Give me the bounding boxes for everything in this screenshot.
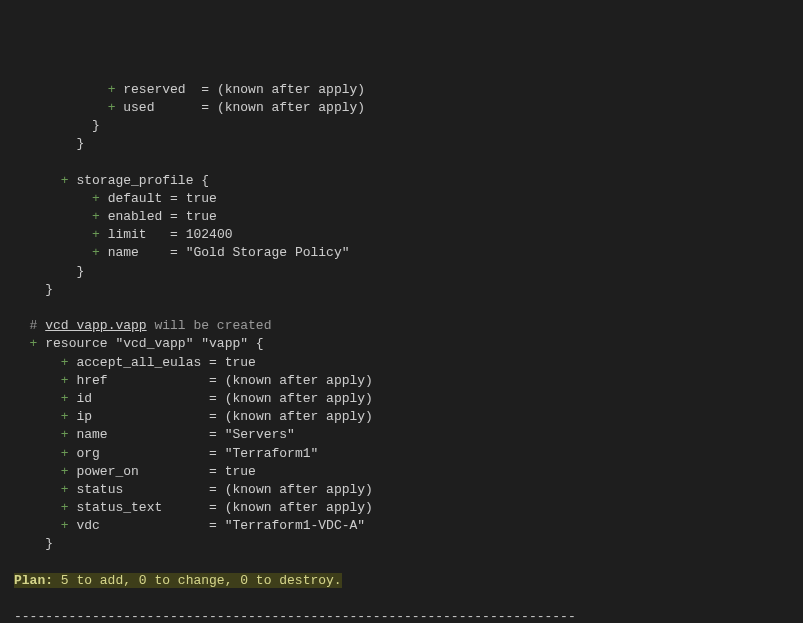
plus-icon: +	[61, 500, 69, 515]
vapp-line: + ip = (known after apply)	[14, 409, 373, 424]
plus-icon: +	[61, 427, 69, 442]
brace-close: }	[14, 536, 53, 551]
vapp-line: + status_text = (known after apply)	[14, 500, 373, 515]
plus-icon: +	[61, 464, 69, 479]
terminal-output: + reserved = (known after apply) + used …	[14, 81, 789, 623]
brace-close: }	[14, 264, 84, 279]
storage-line: + name = "Gold Storage Policy"	[14, 245, 350, 260]
vapp-line: + name = "Servers"	[14, 427, 295, 442]
plus-icon: +	[61, 355, 69, 370]
vapp-line: + id = (known after apply)	[14, 391, 373, 406]
plus-icon: +	[30, 336, 38, 351]
vapp-line: + org = "Terraform1"	[14, 446, 318, 461]
plus-icon: +	[92, 227, 100, 242]
mem-line: + reserved = (known after apply)	[14, 82, 365, 97]
storage-block: + storage_profile {	[14, 173, 209, 188]
brace-close: }	[14, 136, 84, 151]
plus-icon: +	[92, 245, 100, 260]
plus-icon: +	[92, 209, 100, 224]
plus-icon: +	[61, 409, 69, 424]
plus-icon: +	[61, 518, 69, 533]
plus-icon: +	[61, 391, 69, 406]
vapp-line: + power_on = true	[14, 464, 256, 479]
plus-icon: +	[61, 173, 69, 188]
brace-close: }	[14, 118, 100, 133]
plus-icon: +	[61, 446, 69, 461]
vapp-line: + href = (known after apply)	[14, 373, 373, 388]
storage-line: + limit = 102400	[14, 227, 232, 242]
brace-close: }	[14, 282, 53, 297]
plus-icon: +	[61, 373, 69, 388]
mem-line: + used = (known after apply)	[14, 100, 365, 115]
vapp-line: + status = (known after apply)	[14, 482, 373, 497]
resource-header: + resource "vcd_vapp" "vapp" {	[14, 336, 264, 351]
storage-line: + default = true	[14, 191, 217, 206]
separator: ----------------------------------------…	[14, 609, 576, 623]
plus-icon: +	[92, 191, 100, 206]
plus-icon: +	[108, 82, 116, 97]
vapp-line: + accept_all_eulas = true	[14, 355, 256, 370]
plus-icon: +	[61, 482, 69, 497]
vapp-line: + vdc = "Terraform1-VDC-A"	[14, 518, 365, 533]
resource-comment: # vcd_vapp.vapp will be created	[14, 318, 271, 333]
storage-line: + enabled = true	[14, 209, 217, 224]
plus-icon: +	[108, 100, 116, 115]
plan-summary: Plan: 5 to add, 0 to change, 0 to destro…	[14, 573, 342, 588]
